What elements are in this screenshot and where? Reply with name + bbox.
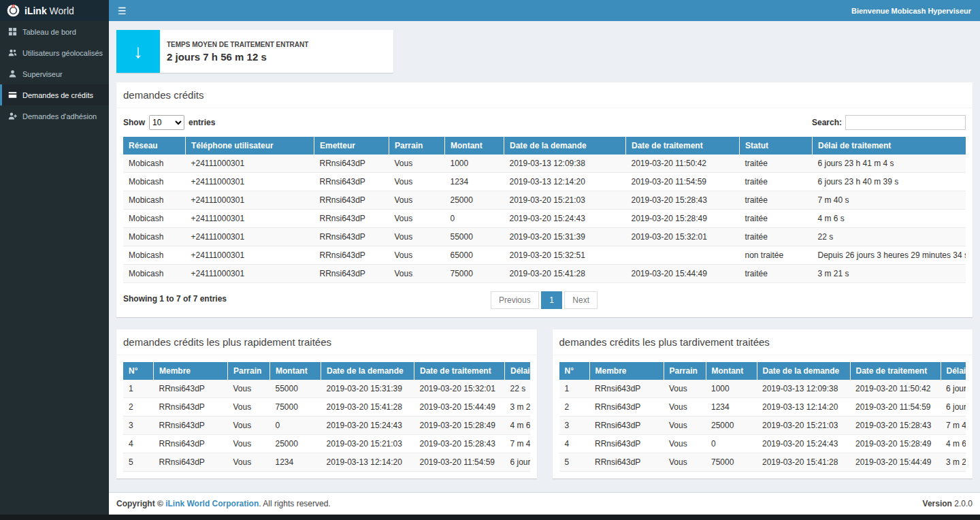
- column-header[interactable]: Délai de traitement: [813, 137, 966, 155]
- table-cell: 4: [559, 435, 590, 453]
- column-header: Parrain: [664, 362, 706, 380]
- user-plus-icon: [8, 112, 17, 120]
- column-header: Délai de traitement: [505, 362, 530, 380]
- table-row: 4RRnsi643dPVous02019-03-20 15:24:432019-…: [559, 435, 966, 453]
- column-header: Date de la demande: [321, 362, 414, 380]
- ilink-logo-icon: [7, 4, 20, 17]
- table-cell: 75000: [270, 398, 321, 417]
- table-row: 4RRnsi643dPVous250002019-03-20 15:21:032…: [123, 435, 530, 453]
- main-content: ↓ TEMPS MOYEN DE TRAITEMENT ENTRANT 2 jo…: [109, 21, 980, 493]
- slowest-table: N°MembreParrainMontantDate de la demande…: [559, 362, 966, 472]
- sidebar-item-label: Superviseur: [22, 70, 63, 78]
- table-row: 2RRnsi643dPVous750002019-03-20 15:41:282…: [123, 398, 530, 417]
- table-cell: 2019-03-20 15:28:43: [626, 191, 740, 210]
- column-header[interactable]: Statut: [740, 137, 813, 155]
- table-cell: 1: [559, 380, 590, 398]
- search-input[interactable]: [845, 115, 966, 130]
- table-cell: traitée: [740, 155, 813, 173]
- table-cell: [626, 246, 740, 265]
- table-cell: +24111000301: [186, 155, 314, 173]
- column-header[interactable]: Date de traitement: [626, 137, 740, 155]
- table-cell: 2019-03-20 11:54:59: [626, 173, 740, 191]
- table-cell: 25000: [445, 191, 504, 210]
- app-logo[interactable]: iLink World: [0, 0, 109, 21]
- column-header: Date de traitement: [850, 362, 941, 380]
- table-cell: 2019-03-20 15:31:39: [504, 228, 626, 246]
- sidebar-item-demandes-de-credits[interactable]: Demandes de crédits: [0, 84, 109, 105]
- table-cell: 3 m 21 s: [813, 265, 966, 283]
- table-row: Mobicash+24111000301RRnsi643dPVous250002…: [123, 191, 966, 210]
- table-cell: +24111000301: [186, 246, 314, 265]
- welcome-text: Bienvenue Mobicash Hyperviseur: [851, 7, 971, 15]
- table-cell: 1234: [706, 398, 757, 417]
- sidebar-item-demandes-adhesion[interactable]: Demandes d'adhésion: [0, 105, 109, 127]
- table-cell: RRnsi643dP: [589, 435, 664, 453]
- column-header: Parrain: [228, 362, 270, 380]
- table-row: 1RRnsi643dPVous550002019-03-20 15:31:392…: [123, 380, 530, 398]
- table-cell: 2019-03-20 15:28:49: [850, 435, 941, 453]
- column-header[interactable]: Réseau: [123, 137, 186, 155]
- page-footer: Copyright © iLink World Corporation. All…: [109, 492, 980, 515]
- company-link[interactable]: iLink World Corporation: [165, 499, 259, 508]
- column-header[interactable]: Téléphone utilisateur: [186, 137, 314, 155]
- table-cell: 1000: [445, 155, 504, 173]
- table-cell: RRnsi643dP: [154, 435, 228, 453]
- table-cell: 2019-03-20 15:24:43: [757, 435, 850, 453]
- table-cell: Vous: [389, 173, 445, 191]
- table-cell: 2019-03-20 15:24:43: [504, 210, 626, 228]
- sidebar-item-superviseur[interactable]: Superviseur: [0, 63, 109, 84]
- pagination-next-button[interactable]: Next: [564, 291, 598, 309]
- table-cell: 4 m 6 s: [813, 210, 966, 228]
- table-cell: Vous: [389, 155, 445, 173]
- table-cell: 55000: [270, 380, 321, 398]
- sidebar-item-tableau-de-bord[interactable]: Tableau de bord: [0, 21, 109, 42]
- table-cell: 1234: [270, 453, 321, 472]
- table-cell: RRnsi643dP: [314, 228, 389, 246]
- table-cell: +24111000301: [186, 210, 314, 228]
- table-cell: 2: [123, 398, 154, 417]
- table-cell: 2019-03-13 12:09:38: [757, 380, 850, 398]
- sidebar-toggle-icon[interactable]: ☰: [118, 6, 127, 16]
- table-header-row: RéseauTéléphone utilisateurEmetteurParra…: [123, 137, 966, 155]
- table-row: 5RRnsi643dPVous750002019-03-20 15:41:282…: [559, 453, 966, 472]
- table-cell: RRnsi643dP: [154, 417, 228, 435]
- column-header[interactable]: Date de la demande: [504, 137, 626, 155]
- table-cell: 65000: [445, 246, 504, 265]
- table-cell: 0: [445, 210, 504, 228]
- column-header[interactable]: Montant: [445, 137, 504, 155]
- pagination-previous-button[interactable]: Previous: [491, 291, 539, 309]
- column-header[interactable]: Parrain: [389, 137, 445, 155]
- table-cell: 75000: [445, 265, 504, 283]
- table-cell: 25000: [706, 417, 757, 435]
- table-cell: Mobicash: [123, 191, 186, 210]
- column-header[interactable]: Emetteur: [314, 137, 389, 155]
- table-cell: +24111000301: [186, 228, 314, 246]
- page-length-select[interactable]: 10: [149, 115, 184, 130]
- table-row: Mobicash+24111000301RRnsi643dPVous650002…: [123, 246, 966, 265]
- table-cell: 2019-03-20 15:28:49: [414, 417, 505, 435]
- copyright-prefix: Copyright ©: [116, 499, 165, 508]
- table-cell: traitée: [740, 210, 813, 228]
- sidebar: Tableau de bord Utilisateurs géolocalisé…: [0, 21, 109, 520]
- table-cell: Vous: [664, 435, 706, 453]
- table-cell: 2019-03-20 15:41:28: [757, 453, 850, 472]
- table-cell: 2019-03-13 12:14:20: [504, 173, 626, 191]
- table-cell: 2019-03-13 12:14:20: [321, 453, 414, 472]
- table-cell: Mobicash: [123, 228, 186, 246]
- sidebar-item-utilisateurs-geolocalises[interactable]: Utilisateurs géolocalisés: [0, 42, 109, 63]
- column-header: Date de la demande: [757, 362, 850, 380]
- column-header: Membre: [154, 362, 228, 380]
- table-cell: 3 m 21 s: [505, 398, 530, 417]
- table-cell: 7 m 40 s: [941, 417, 966, 435]
- column-header: N°: [559, 362, 590, 380]
- table-cell: 1234: [445, 173, 504, 191]
- table-cell: Vous: [389, 246, 445, 265]
- fastest-processed-panel: demandes crédits les plus rapidement tra…: [116, 329, 537, 478]
- pagination-page-1-button[interactable]: 1: [541, 291, 562, 309]
- table-cell: non traitée: [740, 246, 813, 265]
- page-length-control: Show 10 entries: [123, 115, 215, 130]
- table-cell: 22 s: [505, 380, 530, 398]
- table-cell: traitée: [740, 265, 813, 283]
- table-cell: RRnsi643dP: [589, 380, 664, 398]
- brand-name: iLink World: [24, 5, 74, 16]
